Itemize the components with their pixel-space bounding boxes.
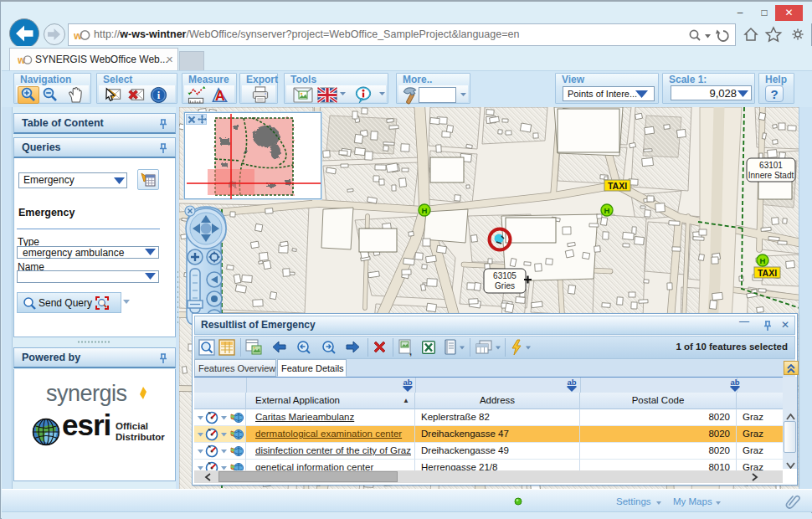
svg-text:ab: ab xyxy=(567,378,576,387)
svg-text:i: i xyxy=(157,90,161,101)
svg-text:TAXI: TAXI xyxy=(758,268,777,278)
svg-text:ab: ab xyxy=(403,378,412,387)
svg-text:Gries: Gries xyxy=(495,281,515,290)
svg-text:w: w xyxy=(18,54,26,66)
svg-text:H: H xyxy=(760,256,766,265)
svg-text:TAXI: TAXI xyxy=(608,181,627,191)
svg-text:ab: ab xyxy=(730,378,739,387)
svg-text:A: A xyxy=(215,88,225,103)
svg-text:,: , xyxy=(409,347,412,357)
svg-text:H: H xyxy=(422,206,428,215)
svg-text:Innere Stadt: Innere Stadt xyxy=(748,171,794,180)
svg-text:63101: 63101 xyxy=(759,161,783,170)
svg-text:w: w xyxy=(74,29,83,42)
svg-text:H: H xyxy=(604,206,610,215)
svg-text:63105: 63105 xyxy=(493,271,516,280)
